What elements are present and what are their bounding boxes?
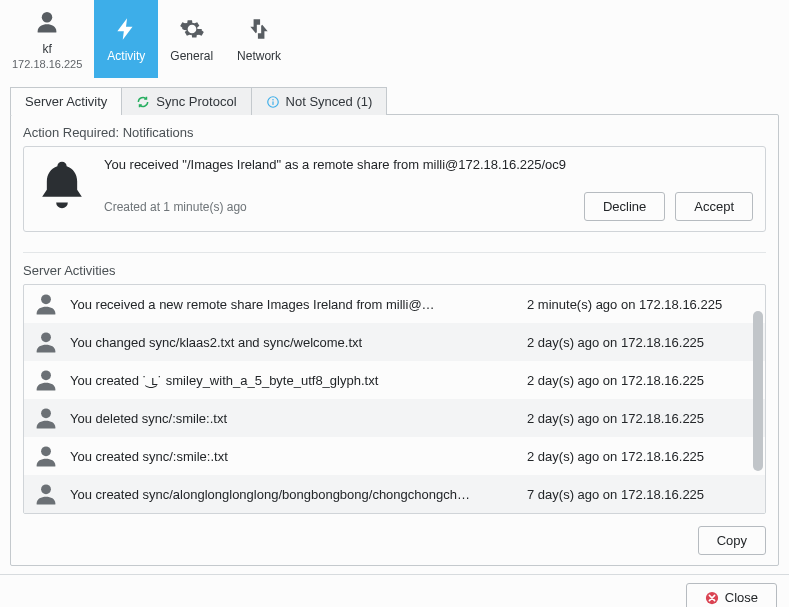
toolbar-general[interactable]: General (158, 0, 225, 78)
accept-button[interactable]: Accept (675, 192, 753, 221)
notification-card: You received "/Images Ireland" as a remo… (23, 146, 766, 232)
info-icon (266, 95, 280, 109)
account-ip: 172.18.16.225 (12, 58, 82, 70)
server-activity-panel: Action Required: Notifications You recei… (10, 114, 779, 566)
main-toolbar: kf 172.18.16.225 Activity General Networ… (0, 0, 789, 78)
bell-icon (34, 157, 90, 213)
activity-text: You received a new remote share Images I… (70, 297, 517, 312)
toolbar-activity[interactable]: Activity (94, 0, 158, 78)
activity-text: You changed sync/klaas2.txt and sync/wel… (70, 335, 517, 350)
divider (23, 252, 766, 253)
tab-not-synced[interactable]: Not Synced (1) (252, 87, 388, 115)
activities-list-container: You received a new remote share Images I… (23, 284, 766, 514)
notifications-heading: Action Required: Notifications (23, 125, 766, 140)
svg-rect-3 (272, 101, 273, 105)
activities-list[interactable]: You received a new remote share Images I… (24, 285, 765, 513)
toolbar-activity-label: Activity (107, 49, 145, 63)
svg-point-4 (41, 294, 51, 304)
network-icon (245, 15, 273, 43)
tab-sync-protocol-label: Sync Protocol (156, 94, 236, 109)
decline-button[interactable]: Decline (584, 192, 665, 221)
tab-server-activity[interactable]: Server Activity (10, 87, 122, 115)
svg-point-9 (41, 484, 51, 494)
svg-point-2 (272, 98, 274, 100)
gear-icon (178, 15, 206, 43)
user-silhouette-icon (32, 480, 60, 508)
activity-text: You created sync/alonglonglonglong/bongb… (70, 487, 517, 502)
activity-time: 2 day(s) ago on 172.18.16.225 (527, 335, 757, 350)
activity-row[interactable]: You deleted sync/:smile:.txt2 day(s) ago… (24, 399, 765, 437)
close-button[interactable]: Close (686, 583, 777, 607)
tab-not-synced-label: Not Synced (1) (286, 94, 373, 109)
activity-time: 2 day(s) ago on 172.18.16.225 (527, 449, 757, 464)
bolt-icon (112, 15, 140, 43)
close-button-label: Close (725, 590, 758, 605)
activities-heading: Server Activities (23, 263, 766, 278)
svg-point-0 (42, 12, 53, 22)
svg-point-7 (41, 408, 51, 418)
activity-time: 2 day(s) ago on 172.18.16.225 (527, 373, 757, 388)
notification-timestamp: Created at 1 minute(s) ago (104, 200, 247, 214)
svg-point-5 (41, 332, 51, 342)
activity-row[interactable]: You changed sync/klaas2.txt and sync/wel… (24, 323, 765, 361)
svg-point-8 (41, 446, 51, 456)
close-icon (705, 591, 719, 605)
tab-bar: Server Activity Sync Protocol Not Synced… (10, 86, 779, 114)
tab-sync-protocol[interactable]: Sync Protocol (122, 87, 251, 115)
activity-text: You created sync/:smile:.txt (70, 449, 517, 464)
activity-time: 7 day(s) ago on 172.18.16.225 (527, 487, 757, 502)
activity-time: 2 minute(s) ago on 172.18.16.225 (527, 297, 757, 312)
sync-icon (136, 95, 150, 109)
activity-time: 2 day(s) ago on 172.18.16.225 (527, 411, 757, 426)
dialog-footer: Close (0, 574, 789, 607)
user-icon (33, 8, 61, 36)
svg-point-6 (41, 370, 51, 380)
activity-row[interactable]: You received a new remote share Images I… (24, 285, 765, 323)
activity-row[interactable]: You created ˙ ͜ʟ˙ smiley_with_a_5_byte_u… (24, 361, 765, 399)
toolbar-general-label: General (170, 49, 213, 63)
user-silhouette-icon (32, 442, 60, 470)
account-name: kf (43, 42, 52, 56)
toolbar-network[interactable]: Network (225, 0, 293, 78)
activity-text: You deleted sync/:smile:.txt (70, 411, 517, 426)
toolbar-network-label: Network (237, 49, 281, 63)
activity-row[interactable]: You created sync/alonglonglonglong/bongb… (24, 475, 765, 513)
user-silhouette-icon (32, 366, 60, 394)
user-silhouette-icon (32, 404, 60, 432)
notification-message: You received "/Images Ireland" as a remo… (104, 157, 753, 172)
user-silhouette-icon (32, 328, 60, 356)
tab-server-activity-label: Server Activity (25, 94, 107, 109)
scrollbar[interactable] (753, 311, 763, 489)
account-button[interactable]: kf 172.18.16.225 (0, 0, 94, 78)
activity-row[interactable]: You created sync/:smile:.txt2 day(s) ago… (24, 437, 765, 475)
activity-text: You created ˙ ͜ʟ˙ smiley_with_a_5_byte_u… (70, 373, 517, 388)
user-silhouette-icon (32, 290, 60, 318)
copy-button[interactable]: Copy (698, 526, 766, 555)
